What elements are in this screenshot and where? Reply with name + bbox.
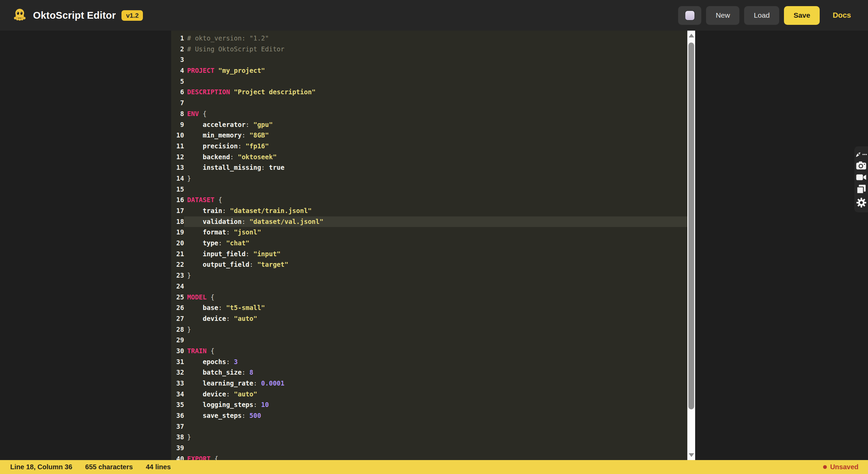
main-area: 1# okto_version: "1.2"2# Using OktoScrip… bbox=[0, 31, 868, 460]
code-line-17[interactable]: 17 train: "dataset/train.jsonl" bbox=[171, 206, 687, 216]
line-number: 27 bbox=[171, 313, 184, 324]
theme-swatch-button[interactable] bbox=[678, 6, 701, 25]
code-line-40[interactable]: 40EXPORT { bbox=[171, 454, 687, 460]
code-line-5[interactable]: 5 bbox=[171, 76, 687, 87]
line-content: DATASET { bbox=[184, 195, 687, 206]
code-line-19[interactable]: 19 format: "jsonl" bbox=[171, 227, 687, 238]
code-line-26[interactable]: 26 base: "t5-small" bbox=[171, 303, 687, 313]
line-number: 12 bbox=[171, 152, 184, 163]
line-content bbox=[184, 98, 687, 109]
code-line-21[interactable]: 21 input_field: "input" bbox=[171, 249, 687, 260]
line-count: 44 lines bbox=[146, 463, 170, 471]
code-line-36[interactable]: 36 save_steps: 500 bbox=[171, 410, 687, 421]
code-line-29[interactable]: 29 bbox=[171, 335, 687, 346]
code-line-4[interactable]: 4PROJECT "my_project" bbox=[171, 65, 687, 76]
line-content: validation: "dataset/val.jsonl" bbox=[184, 216, 687, 227]
line-number: 22 bbox=[171, 259, 184, 270]
code-line-25[interactable]: 25MODEL { bbox=[171, 292, 687, 303]
line-content bbox=[184, 421, 687, 432]
docs-link[interactable]: Docs bbox=[833, 11, 851, 20]
code-line-2[interactable]: 2# Using OktoScript Editor bbox=[171, 44, 687, 55]
line-number: 8 bbox=[171, 109, 184, 119]
code-line-33[interactable]: 33 learning_rate: 0.0001 bbox=[171, 378, 687, 389]
code-line-15[interactable]: 15 bbox=[171, 184, 687, 195]
line-number: 18 bbox=[171, 216, 184, 227]
code-line-38[interactable]: 38} bbox=[171, 432, 687, 443]
line-number: 28 bbox=[171, 324, 184, 335]
line-content: save_steps: 500 bbox=[184, 410, 687, 421]
code-line-6[interactable]: 6DESCRIPTION "Project description" bbox=[171, 87, 687, 98]
code-line-3[interactable]: 3 bbox=[171, 54, 687, 65]
code-editor[interactable]: 1# okto_version: "1.2"2# Using OktoScrip… bbox=[171, 31, 687, 460]
app-root: OktoScript Editor v1.2 New Load Save Doc… bbox=[0, 0, 868, 474]
layers-icon bbox=[856, 184, 866, 194]
code-line-39[interactable]: 39 bbox=[171, 443, 687, 454]
line-content: precision: "fp16" bbox=[184, 141, 687, 152]
code-line-30[interactable]: 30TRAIN { bbox=[171, 346, 687, 357]
code-line-12[interactable]: 12 backend: "oktoseek" bbox=[171, 152, 687, 163]
line-content: device: "auto" bbox=[184, 389, 687, 400]
scroll-up-arrow-icon[interactable] bbox=[689, 34, 694, 37]
code-line-34[interactable]: 34 device: "auto" bbox=[171, 389, 687, 400]
scrollbar-thumb[interactable] bbox=[688, 43, 694, 409]
line-content: backend: "oktoseek" bbox=[184, 152, 687, 163]
code-line-7[interactable]: 7 bbox=[171, 98, 687, 109]
rocket-launcher-button[interactable] bbox=[855, 151, 867, 158]
line-content: DESCRIPTION "Project description" bbox=[184, 87, 687, 98]
code-line-22[interactable]: 22 output_field: "target" bbox=[171, 259, 687, 270]
line-number: 29 bbox=[171, 335, 184, 346]
line-content: type: "chat" bbox=[184, 238, 687, 249]
code-line-9[interactable]: 9 accelerator: "gpu" bbox=[171, 119, 687, 130]
line-content: EXPORT { bbox=[184, 454, 687, 460]
line-content: base: "t5-small" bbox=[184, 303, 687, 313]
line-content: MODEL { bbox=[184, 292, 687, 303]
settings-button[interactable] bbox=[856, 198, 866, 208]
unsaved-dot-icon bbox=[823, 465, 827, 469]
editor-scrollbar[interactable] bbox=[687, 31, 695, 460]
load-button[interactable]: Load bbox=[744, 6, 779, 25]
code-line-23[interactable]: 23} bbox=[171, 270, 687, 281]
line-content bbox=[184, 184, 687, 195]
code-line-18[interactable]: 18 validation: "dataset/val.jsonl" bbox=[171, 216, 687, 227]
version-badge: v1.2 bbox=[121, 10, 143, 21]
code-line-32[interactable]: 32 batch_size: 8 bbox=[171, 367, 687, 378]
line-number: 33 bbox=[171, 378, 184, 389]
line-number: 2 bbox=[171, 44, 184, 55]
code-line-1[interactable]: 1# okto_version: "1.2" bbox=[171, 33, 687, 44]
layers-button[interactable] bbox=[856, 184, 866, 194]
scroll-down-arrow-icon[interactable] bbox=[689, 453, 694, 457]
new-button[interactable]: New bbox=[706, 6, 739, 25]
line-number: 3 bbox=[171, 54, 184, 65]
code-line-28[interactable]: 28} bbox=[171, 324, 687, 335]
save-state: Unsaved bbox=[823, 463, 858, 471]
side-toolbar bbox=[854, 146, 868, 212]
code-line-10[interactable]: 10 min_memory: "8GB" bbox=[171, 130, 687, 141]
code-line-20[interactable]: 20 type: "chat" bbox=[171, 238, 687, 249]
video-record-button[interactable] bbox=[856, 174, 866, 181]
code-line-31[interactable]: 31 epochs: 3 bbox=[171, 357, 687, 367]
code-line-24[interactable]: 24 bbox=[171, 281, 687, 292]
camera-button[interactable] bbox=[856, 161, 866, 170]
code-line-27[interactable]: 27 device: "auto" bbox=[171, 313, 687, 324]
line-number: 34 bbox=[171, 389, 184, 400]
code-line-8[interactable]: 8ENV { bbox=[171, 109, 687, 119]
line-content: } bbox=[184, 270, 687, 281]
code-line-35[interactable]: 35 logging_steps: 10 bbox=[171, 399, 687, 410]
code-line-37[interactable]: 37 bbox=[171, 421, 687, 432]
code-line-16[interactable]: 16DATASET { bbox=[171, 195, 687, 206]
line-number: 16 bbox=[171, 195, 184, 206]
line-number: 9 bbox=[171, 119, 184, 130]
save-button[interactable]: Save bbox=[784, 6, 820, 25]
line-content: } bbox=[184, 432, 687, 443]
line-content bbox=[184, 76, 687, 87]
line-number: 31 bbox=[171, 357, 184, 367]
line-content: install_missing: true bbox=[184, 162, 687, 173]
character-count: 655 characters bbox=[85, 463, 133, 471]
line-content bbox=[184, 335, 687, 346]
line-content: PROJECT "my_project" bbox=[184, 65, 687, 76]
line-number: 5 bbox=[171, 76, 184, 87]
code-line-11[interactable]: 11 precision: "fp16" bbox=[171, 141, 687, 152]
code-line-14[interactable]: 14} bbox=[171, 173, 687, 184]
code-line-13[interactable]: 13 install_missing: true bbox=[171, 162, 687, 173]
header: OktoScript Editor v1.2 New Load Save Doc… bbox=[0, 0, 868, 31]
